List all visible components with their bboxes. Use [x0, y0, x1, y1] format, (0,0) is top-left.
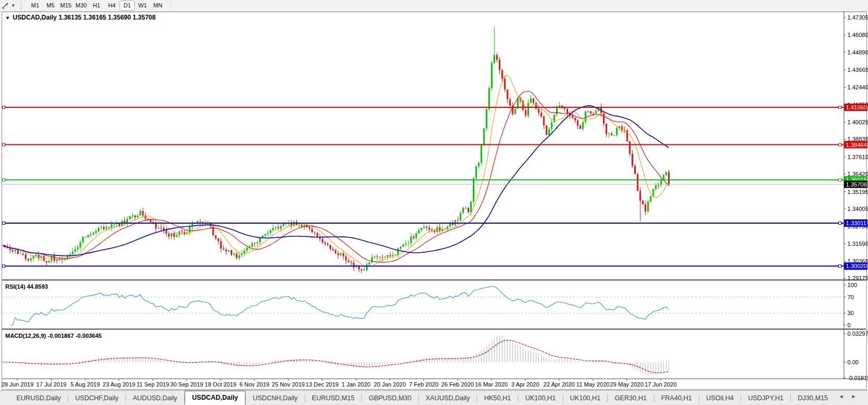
tab-scroll-nav: ◄► — [838, 393, 864, 399]
tab-gbpusd-m30[interactable]: GBPUSD,M30 — [362, 391, 418, 405]
price-axis-label: 1.44890 — [847, 49, 868, 56]
tab-usdjpy-h1[interactable]: USDJPY,H1 — [741, 391, 790, 405]
hline-handle[interactable] — [839, 222, 842, 224]
tab-list: EURUSD,DailyUSDCHF,DailyAUDUSD,DailyUSDC… — [10, 391, 835, 405]
date-axis-label: 13 Dec 2019 — [306, 381, 339, 388]
tab-hk50-h1[interactable]: HK50,H1 — [477, 391, 518, 405]
price-axis-label: 1.35195 — [847, 189, 868, 195]
tab-ger30-h1[interactable]: GER30,H1 — [608, 391, 653, 405]
tab-scroll-left-icon[interactable]: ◄ — [838, 393, 851, 399]
hline-handle[interactable] — [839, 265, 842, 268]
ma-40-line — [2, 106, 669, 256]
date-axis-label: 17 Jun 2020 — [645, 381, 677, 388]
price-axis-label: 1.34005 — [847, 206, 868, 212]
hline-handle[interactable] — [839, 143, 842, 146]
tab-usdcad-daily[interactable]: USDCAD,Daily — [185, 391, 245, 405]
macd-signal-line — [2, 340, 669, 373]
hline-handle[interactable] — [839, 179, 842, 181]
hline-handle[interactable] — [3, 179, 5, 181]
date-axis-label: 5 Aug 2019 — [70, 381, 100, 388]
price-axis-label: 1.40025 — [847, 119, 868, 125]
date-axis-label: 25 Nov 2019 — [272, 381, 305, 388]
date-axis-label: 11 Sep 2019 — [136, 381, 169, 388]
tab-eurusd-daily[interactable]: EURUSD,Daily — [10, 391, 68, 405]
rsi-axis-label: 30 — [847, 310, 854, 316]
hline-handle[interactable] — [3, 222, 5, 224]
date-axis-label: 7 Feb 2020 — [409, 381, 438, 388]
tab-audusd-daily[interactable]: AUDUSD,Daily — [126, 391, 184, 405]
tab-uk100-h1[interactable]: UK100,H1 — [518, 391, 563, 405]
hline-1.38464[interactable] — [3, 143, 844, 146]
hline-1.36015[interactable] — [3, 179, 844, 181]
svg-text:1.35708: 1.35708 — [846, 181, 867, 188]
svg-text:1.38464: 1.38464 — [846, 142, 867, 148]
rsi-axis-label: 70 — [847, 294, 854, 300]
hline-1.33011[interactable] — [3, 222, 844, 224]
tab-usdcnh-daily[interactable]: USDCNH,Daily — [246, 391, 305, 405]
price-axis-label: 1.37610 — [847, 154, 868, 160]
time-axis[interactable]: 28 Jun 201917 Jul 20195 Aug 201923 Aug 2… — [2, 379, 677, 388]
price-axis-label: 1.42440 — [847, 84, 868, 90]
chart-tab-bar: EURUSD,DailyUSDCHF,DailyAUDUSD,DailyUSDC… — [0, 390, 868, 405]
hline-price-chip: 1.33011 — [844, 219, 867, 227]
date-axis-label: 23 Aug 2019 — [103, 381, 135, 388]
date-axis-label: 30 Sep 2019 — [170, 381, 203, 388]
ma-8-line — [2, 76, 669, 267]
price-axis-label: 1.31590 — [847, 241, 868, 247]
price-axis-label: 1.43665 — [847, 67, 868, 73]
date-axis-label: 29 May 2020 — [610, 381, 644, 388]
chart-dropdown-icon[interactable]: ▼ — [5, 15, 10, 21]
date-axis-label: 6 Nov 2019 — [240, 381, 269, 388]
date-axis-label: 11 May 2020 — [577, 381, 610, 388]
ohlc-high: 1.36165 — [83, 14, 106, 21]
tab-scroll-right-icon[interactable]: ► — [851, 393, 864, 399]
date-axis-label: 28 Jun 2019 — [2, 381, 34, 388]
macd-axis-label: -0.018154 — [847, 375, 868, 381]
hline-price-chip: 1.41060 — [844, 104, 867, 111]
ohlc-close: 1.35708 — [133, 14, 156, 21]
chart-canvas[interactable]: 1.473051.460801.448901.436651.424401.412… — [0, 0, 868, 405]
rsi-title: RSI(14) 44.8593 — [5, 283, 48, 290]
tab-eurusd-m15[interactable]: EURUSD,M15 — [305, 391, 362, 405]
date-axis-label: 26 Feb 2020 — [441, 381, 474, 388]
date-axis-label: 22 Apr 2020 — [543, 381, 574, 388]
tab-fra40-h1[interactable]: FRA40,H1 — [654, 391, 699, 405]
date-axis-label: 16 Mar 2020 — [475, 381, 508, 388]
hline-handle[interactable] — [839, 106, 842, 108]
svg-text:1.41060: 1.41060 — [846, 104, 867, 111]
macd-axis-label: 0.00 — [847, 359, 858, 365]
hline-handle[interactable] — [3, 265, 5, 268]
chart-symbol: USDCAD,Daily — [13, 14, 57, 21]
ohlc-low: 1.35690 — [108, 14, 131, 21]
rsi-axis-label: 0 — [847, 322, 851, 328]
tab-usdchf-daily[interactable]: USDCHF,Daily — [68, 391, 125, 405]
date-axis-label: 18 Oct 2019 — [205, 381, 236, 388]
macd-title: MACD(12,26,9) -0.001867 -0.003645 — [5, 333, 102, 339]
tab-xauusd-daily[interactable]: XAUUSD,Daily — [419, 391, 477, 405]
rsi-line — [10, 287, 669, 325]
hline-price-chip: 1.30020 — [844, 262, 867, 270]
price-axis-label: 1.47305 — [847, 14, 868, 21]
tab-dj30-m15[interactable]: DJ30,M15 — [791, 391, 835, 405]
ohlc-open: 1.36135 — [59, 14, 81, 21]
tab-usoil-h4[interactable]: USOil,H4 — [699, 391, 741, 405]
date-axis-label: 17 Jul 2019 — [36, 381, 67, 388]
hline-1.30020[interactable] — [3, 265, 844, 268]
rsi-axis-label: 100 — [847, 282, 857, 288]
macd-axis-label: 0.032972 — [847, 330, 868, 337]
chart-title: ▼USDCAD,Daily 1.36135 1.36165 1.35690 1.… — [5, 14, 156, 21]
price-axis-label: 1.29175 — [847, 275, 868, 281]
hline-handle[interactable] — [3, 106, 5, 108]
bid-price-chip: 1.35708 — [844, 181, 867, 188]
rsi-panel[interactable]: RSI(14) 44.859310070300 — [3, 282, 857, 328]
hline-1.41060[interactable] — [3, 106, 844, 108]
tab-uk100-h1[interactable]: UK100,H1 — [563, 391, 608, 405]
date-axis-label: 20 Jan 2020 — [374, 381, 406, 388]
price-axis-label: 1.46080 — [847, 32, 868, 38]
svg-text:1.33011: 1.33011 — [846, 220, 866, 226]
hline-handle[interactable] — [3, 143, 5, 146]
date-axis-label: 3 Apr 2020 — [511, 381, 539, 388]
hline-price-chip: 1.38464 — [844, 141, 867, 149]
svg-text:1.30020: 1.30020 — [846, 263, 867, 269]
macd-panel[interactable]: MACD(12,26,9) -0.001867 -0.0036450.03297… — [2, 330, 868, 381]
